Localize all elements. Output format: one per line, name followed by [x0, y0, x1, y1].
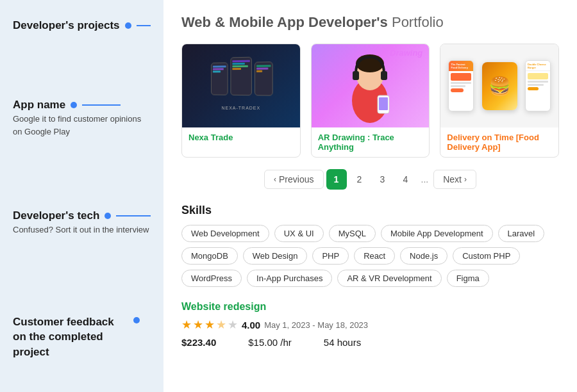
sidebar-section-feedback: Customer feedback on the completed proje… — [13, 314, 151, 361]
page-1-button[interactable]: 1 — [326, 169, 347, 190]
projects-label: Developer's projects — [13, 19, 120, 32]
phone-1 — [211, 62, 228, 95]
skill-tag: WordPress — [181, 270, 242, 287]
sidebar-section-appname: App name Google it to find customer opin… — [13, 99, 151, 138]
skill-tag: Web Design — [243, 247, 308, 265]
pagination-ellipsis: ... — [419, 174, 431, 184]
star-5: ★ — [228, 318, 238, 332]
person-svg — [344, 49, 396, 123]
tech-desc: Confused? Sort it out in the interview — [13, 224, 151, 236]
star-1: ★ — [181, 318, 192, 332]
sidebar: Developer's projects App name Google it … — [0, 0, 163, 392]
feedback-stats: $223.40 $15.00 /hr 54 hours — [181, 337, 559, 348]
title-light: Portfolio — [388, 14, 444, 30]
delivery-visual: The Fastest Food Delivery 🍔 — [440, 44, 558, 127]
skill-tag: Web Development — [181, 225, 269, 242]
skill-tag: Node.js — [400, 247, 447, 265]
next-label: Next — [443, 174, 462, 184]
tech-label: Developer's tech — [13, 209, 99, 222]
rating-score: 4.00 — [242, 320, 260, 331]
chevron-right-icon: › — [464, 175, 467, 184]
feedback-rating-row: ★★★★★ 4.00 May 1, 2023 - May 18, 2023 — [181, 318, 559, 332]
pagination: ‹ Previous 1 2 3 4 ... Next › — [181, 169, 559, 190]
skill-tag: Laravel — [498, 225, 545, 242]
svg-rect-4 — [381, 71, 387, 80]
food-image: 🍔 — [482, 62, 517, 110]
rating-date: May 1, 2023 - May 18, 2023 — [264, 320, 368, 330]
skill-tag: PHP — [312, 247, 349, 265]
project-thumb-3: The Fastest Food Delivery 🍔 — [440, 44, 558, 127]
feedback-project-title: Website redesign — [181, 301, 559, 313]
projects-dot — [125, 22, 131, 29]
skills-title: Skills — [181, 204, 559, 217]
nexa-label: NEXA-TRADEX — [221, 106, 260, 110]
skill-tag: AR & VR Development — [337, 270, 441, 287]
drawing-text: Drawing — [390, 48, 422, 58]
skill-tag: Figma — [447, 270, 489, 287]
star-3: ★ — [205, 318, 215, 332]
appname-label: App name — [13, 99, 65, 111]
page-4-button[interactable]: 4 — [396, 169, 416, 190]
hourly-rate: $15.00 /hr — [248, 337, 292, 348]
feedback-dot — [133, 317, 140, 323]
svg-rect-6 — [379, 97, 388, 110]
star-rating: ★★★★★ — [181, 318, 238, 332]
delivery-phone-2: Double Cheese Burger — [525, 60, 551, 111]
project-thumb-1: NEXA-TRADEX — [182, 44, 300, 127]
chevron-left-icon: ‹ — [274, 175, 276, 184]
phone-3 — [255, 61, 273, 96]
skill-tag: Custom PHP — [453, 247, 520, 265]
page-2-button[interactable]: 2 — [349, 169, 370, 190]
skill-tag: UX & UI — [274, 225, 324, 242]
appname-dot — [71, 102, 77, 108]
svg-rect-3 — [353, 71, 359, 80]
total-billed: $223.40 — [181, 337, 216, 348]
project-card-3[interactable]: The Fastest Food Delivery 🍔 — [440, 44, 559, 158]
skills-section: Skills Web DevelopmentUX & UIMySQLMobile… — [181, 204, 559, 287]
feedback-section: Website redesign ★★★★★ 4.00 May 1, 2023 … — [181, 301, 559, 348]
projects-hline — [137, 25, 151, 26]
skill-tag: MongoDB — [181, 247, 238, 265]
delivery-phone-1: The Fastest Food Delivery — [448, 60, 474, 111]
skill-tag: Mobile App Development — [381, 225, 493, 242]
skills-container: Web DevelopmentUX & UIMySQLMobile App De… — [181, 225, 559, 287]
star-2: ★ — [193, 318, 203, 332]
project-card-1[interactable]: NEXA-TRADEX Nexa Trade — [181, 44, 301, 158]
previous-button[interactable]: ‹ Previous — [264, 170, 323, 189]
ar-drawing-visual: Drawing — [312, 44, 430, 127]
phone-2 — [230, 56, 251, 95]
appname-desc: Google it to find customer opinions on G… — [13, 113, 151, 138]
project-card-2[interactable]: Drawing — [311, 44, 430, 158]
project-name-2: AR Drawing : Trace Anything — [312, 127, 430, 157]
sidebar-section-tech: Developer's tech Confused? Sort it out i… — [13, 209, 151, 236]
feedback-label: Customer feedback on the completed proje… — [13, 314, 128, 360]
sidebar-section-projects: Developer's projects — [13, 19, 151, 33]
phones-mockup — [211, 61, 273, 101]
tech-dot — [105, 213, 111, 219]
skill-tag: React — [354, 247, 395, 265]
project-name-1: Nexa Trade — [182, 127, 300, 147]
main-content: Web & Mobile App Developer's Portfolio — [163, 0, 577, 392]
total-hours: 54 hours — [324, 337, 361, 348]
appname-hline — [82, 104, 121, 106]
previous-label: Previous — [279, 174, 314, 184]
project-thumb-2: Drawing — [312, 44, 430, 127]
projects-grid: NEXA-TRADEX Nexa Trade Drawing — [181, 44, 559, 158]
page-3-button[interactable]: 3 — [372, 169, 393, 190]
next-button[interactable]: Next › — [433, 170, 476, 189]
skill-tag: In-App Purchases — [247, 270, 332, 287]
skill-tag: MySQL — [329, 225, 376, 242]
tech-hline — [116, 215, 151, 216]
star-4: ★ — [216, 318, 226, 332]
project-name-3: Delivery on Time [Food Delivery App] — [440, 127, 558, 157]
page-title: Web & Mobile App Developer's Portfolio — [181, 14, 559, 31]
title-bold: Web & Mobile App Developer's — [181, 14, 388, 30]
